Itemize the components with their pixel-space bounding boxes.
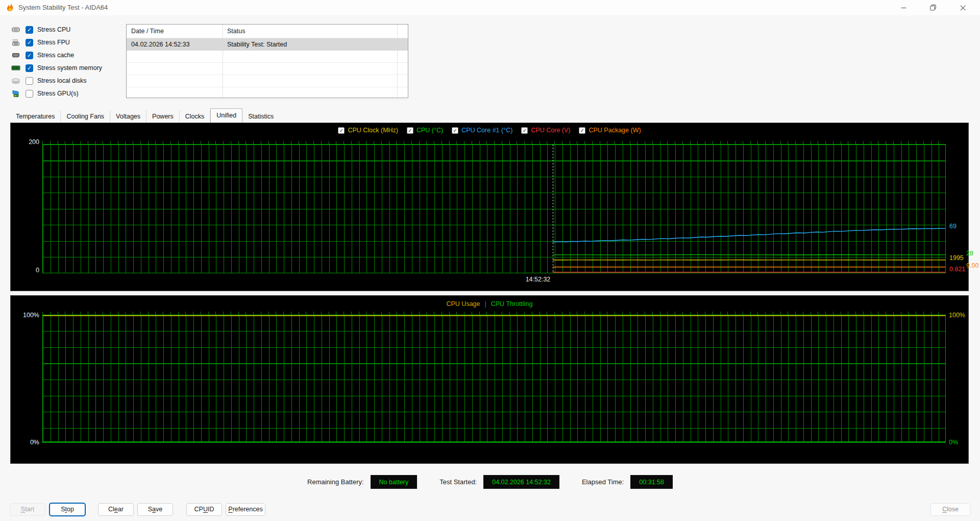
tab-unified[interactable]: Unified	[210, 108, 242, 123]
battery-status-group: Remaining Battery: No battery	[307, 475, 417, 489]
maximize-restore-button[interactable]	[921, 0, 945, 15]
tab-powers[interactable]: Powers	[146, 110, 180, 123]
fpu-icon: 123	[10, 38, 21, 47]
y-axis-max-label-left: 100%	[15, 312, 39, 319]
stress-gpu-checkbox[interactable]: ✓	[26, 90, 33, 98]
y-axis-min-label: 0	[21, 267, 39, 274]
legend-item-cpu-core-voltage[interactable]: ✓ CPU Core (V)	[521, 127, 570, 134]
legend-label: CPU Core (V)	[531, 127, 570, 134]
cpuid-button[interactable]: CPUID	[186, 503, 222, 516]
log-datetime-cell: 04.02.2026 14:52:33	[127, 38, 223, 51]
y-axis-max-label: 200	[21, 138, 39, 146]
test-started-group: Test Started: 04.02.2026 14:52:32	[439, 475, 559, 489]
restore-icon	[930, 5, 936, 11]
start-button[interactable]: Start	[10, 503, 45, 516]
stress-option-cpu[interactable]: ✓ Stress CPU	[10, 25, 102, 35]
legend-item-cpu-core1-temp[interactable]: ✓ CPU Core #1 (°C)	[452, 127, 512, 134]
battery-label: Remaining Battery:	[307, 478, 364, 486]
legend-label: CPU Core #1 (°C)	[461, 127, 512, 134]
window-title: System Stability Test - AIDA64	[18, 0, 108, 15]
battery-value: No battery	[371, 475, 418, 489]
stress-option-fpu[interactable]: 123 ✓ Stress FPU	[10, 37, 102, 48]
status-bar: Remaining Battery: No battery Test Start…	[0, 475, 980, 489]
legend-item-cpu-package-power[interactable]: ✓ CPU Package (W)	[579, 127, 641, 134]
table-row[interactable]: 04.02.2026 14:52:33 Stability Test: Star…	[127, 38, 408, 51]
stress-cache-checkbox[interactable]: ✓	[26, 52, 33, 59]
tab-voltages[interactable]: Voltages	[110, 110, 146, 123]
elapsed-time-group: Elapsed Time: 00:31:58	[582, 475, 673, 489]
legend-checkbox[interactable]: ✓	[407, 127, 413, 134]
tab-cooling-fans[interactable]: Cooling Fans	[61, 110, 110, 123]
stress-option-label: Stress system memory	[37, 64, 102, 72]
series-end-value: 28	[966, 250, 973, 257]
stress-options-list: ✓ Stress CPU 123 ✓ Stress FPU ✓ Stress c…	[10, 25, 102, 99]
sensor-plot-area	[42, 144, 946, 273]
legend-label: CPU Package (W)	[589, 127, 641, 134]
stress-fpu-checkbox[interactable]: ✓	[26, 39, 33, 46]
close-window-button[interactable]	[951, 0, 974, 15]
tab-statistics[interactable]: Statistics	[242, 110, 279, 123]
app-window: System Stability Test - AIDA64 ✓ Stress …	[0, 0, 980, 521]
flame-icon	[6, 3, 15, 12]
x-axis-time-label: 14:52:32	[507, 276, 569, 283]
usage-plot-area	[42, 315, 946, 443]
legend-checkbox[interactable]: ✓	[579, 127, 585, 134]
series-end-value: 0.821	[949, 266, 965, 273]
unified-sensor-chart-panel: ✓ CPU Clock (MHz) ✓ CPU (°C) ✓ CPU Core …	[10, 123, 969, 291]
table-header: Date / Time Status	[127, 25, 408, 38]
chart-title-separator: |	[485, 300, 486, 307]
stress-option-memory[interactable]: ✓ Stress system memory	[10, 63, 102, 73]
stress-disks-checkbox[interactable]: ✓	[26, 77, 33, 85]
tab-clocks[interactable]: Clocks	[180, 110, 211, 123]
table-row-empty	[127, 87, 408, 100]
series-end-value: 69	[949, 223, 957, 230]
save-button[interactable]: Save	[137, 503, 173, 516]
close-button[interactable]: Close	[930, 503, 970, 516]
table-row-empty	[127, 75, 408, 87]
chart-series-lines	[43, 315, 945, 442]
legend-item-cpu-clock[interactable]: ✓ CPU Clock (MHz)	[338, 127, 398, 134]
series-end-value: 1995	[949, 254, 964, 262]
stress-option-label: Stress GPU(s)	[37, 90, 79, 97]
cpu-icon	[10, 25, 21, 34]
stress-option-disks[interactable]: ✓ Stress local disks	[10, 76, 102, 86]
legend-label: CPU Clock (MHz)	[348, 127, 398, 134]
legend-checkbox[interactable]: ✓	[452, 127, 458, 134]
legend-checkbox[interactable]: ✓	[521, 127, 528, 134]
clear-button[interactable]: Clear	[98, 503, 134, 516]
stress-option-label: Stress local disks	[37, 77, 87, 84]
cpu-usage-chart-panel: CPU Usage | CPU Throttling 100% 0% 100% …	[10, 295, 969, 464]
minimize-button[interactable]	[892, 0, 915, 15]
memory-icon	[10, 63, 21, 73]
close-icon	[960, 5, 966, 11]
stress-option-cache[interactable]: ✓ Stress cache	[10, 50, 102, 60]
gpu-icon	[10, 89, 21, 98]
series-end-value: 9.00	[966, 262, 978, 269]
y-axis-min-label-left: 0%	[15, 439, 39, 446]
legend-checkbox[interactable]: ✓	[338, 127, 345, 134]
graph-tab-bar: Temperatures Cooling Fans Voltages Power…	[10, 108, 279, 123]
cache-icon	[10, 51, 21, 60]
chart-series-lines	[43, 145, 945, 273]
tab-temperatures[interactable]: Temperatures	[10, 110, 61, 123]
stress-option-label: Stress cache	[37, 52, 74, 59]
legend-item-cpu-temp[interactable]: ✓ CPU (°C)	[407, 127, 443, 134]
column-header-datetime: Date / Time	[127, 25, 223, 38]
y-axis-min-label-right: 0%	[949, 439, 977, 446]
title-bar: System Stability Test - AIDA64	[0, 0, 980, 15]
chart-title: CPU Usage | CPU Throttling	[11, 300, 968, 307]
stress-option-label: Stress FPU	[37, 39, 70, 46]
preferences-button[interactable]: Preferences	[226, 503, 265, 516]
minimize-icon	[901, 5, 906, 11]
chart-title-usage: CPU Usage	[447, 300, 480, 307]
column-header-status: Status	[223, 25, 397, 38]
disk-icon	[10, 76, 21, 85]
stress-option-gpu[interactable]: ✓ Stress GPU(s)	[10, 88, 102, 99]
log-status-cell: Stability Test: Started	[223, 38, 397, 51]
stop-button[interactable]: Stop	[50, 503, 85, 516]
y-axis-max-label-right: 100%	[949, 312, 977, 319]
chart-title-throttling: CPU Throttling	[491, 300, 533, 307]
stress-memory-checkbox[interactable]: ✓	[26, 64, 33, 72]
table-row-empty	[127, 51, 408, 63]
stress-cpu-checkbox[interactable]: ✓	[26, 26, 33, 34]
